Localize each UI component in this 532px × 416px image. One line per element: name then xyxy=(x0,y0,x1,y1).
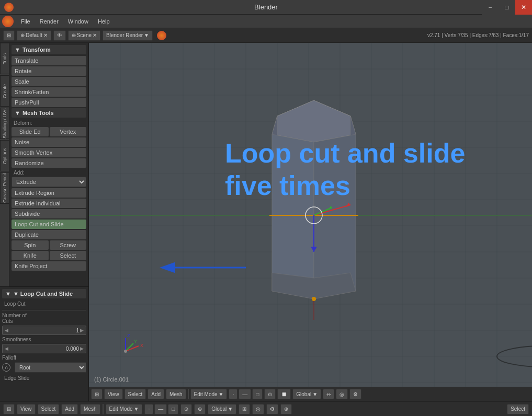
spin-screw-row: Spin Screw xyxy=(12,240,86,250)
proportional-btn[interactable]: ⊙ xyxy=(264,389,276,399)
title-bar: Blender − □ ✕ xyxy=(0,0,532,15)
tab-shading-uvs[interactable]: Shading / UVs xyxy=(0,108,9,139)
knife-select-row: Knife Select xyxy=(12,251,86,260)
viewport[interactable]: User Ortho + xyxy=(89,43,532,401)
num-cuts-track[interactable]: ◀ 1 ▶ xyxy=(2,326,86,335)
engine-btn[interactable]: Blender Render ▼ xyxy=(103,30,153,41)
knife-btn[interactable]: Knife xyxy=(12,251,49,260)
duplicate-btn[interactable]: Duplicate xyxy=(12,230,86,239)
global-dropdown-icon: ▼ xyxy=(312,391,318,397)
vertex-select-btn[interactable]: · xyxy=(229,389,237,399)
tab-tools[interactable]: Tools xyxy=(0,43,9,74)
snap-btn[interactable]: 🔲 xyxy=(277,389,291,399)
smoothness-right-arrow[interactable]: ▶ xyxy=(80,346,84,351)
editor-type-btn[interactable]: ⊞ xyxy=(3,30,15,41)
overlay-btn[interactable]: ◎ xyxy=(336,389,348,399)
status-vertex-btn[interactable]: · xyxy=(144,404,153,414)
viewport-add-btn[interactable]: Add xyxy=(148,389,164,399)
status-edge-btn[interactable]: — xyxy=(154,404,167,414)
loop-cut-label: Loop Cut xyxy=(2,300,86,308)
extrude-region-btn[interactable]: Extrude Region xyxy=(12,188,86,198)
scene-label: Scene xyxy=(77,32,92,38)
transform-arrow: ▼ xyxy=(15,47,20,53)
minimize-button[interactable]: − xyxy=(482,0,499,15)
blender-icon-btn[interactable] xyxy=(2,16,14,27)
subdivide-btn[interactable]: Subdivide xyxy=(12,209,86,218)
app-icon xyxy=(4,3,14,12)
num-cuts-slider[interactable]: ◀ 1 ▶ xyxy=(2,326,86,335)
status-face-btn[interactable]: □ xyxy=(168,404,178,414)
layout-close-icon: ✕ xyxy=(43,32,48,38)
status-edit-mode-btn[interactable]: Edit Mode ▼ xyxy=(106,404,143,414)
loop-cut-section-header[interactable]: ▼ ▼ Loop Cut and Slide xyxy=(2,289,86,298)
scale-btn[interactable]: Scale xyxy=(12,77,86,86)
smoothness-track[interactable]: ◀ 0.000 ▶ xyxy=(2,344,86,353)
extrude-individual-btn[interactable]: Extrude Individual xyxy=(12,199,86,208)
knife-project-btn[interactable]: Knife Project xyxy=(12,261,86,271)
status-add-btn[interactable]: Add xyxy=(61,404,78,414)
header-bar: ⊞ ⊕ Default ✕ 👁 ⊕ Scene ✕ Blender Render… xyxy=(0,28,532,43)
falloff-icon: ∩ xyxy=(2,363,10,372)
shrink-fatten-btn[interactable]: Shrink/Fatten xyxy=(12,87,86,97)
status-editor-btn[interactable]: ⊞ xyxy=(3,404,15,414)
mirror-btn[interactable]: ⇔ xyxy=(323,389,334,399)
tab-options[interactable]: Options xyxy=(0,140,9,171)
menu-file[interactable]: File xyxy=(17,16,35,27)
edit-mode-btn[interactable]: Edit Mode ▼ xyxy=(190,389,228,399)
tab-create[interactable]: Create xyxy=(0,75,9,107)
viewport-editor-btn[interactable]: ⊞ xyxy=(91,389,103,399)
tab-grease-pencil[interactable]: Grease Pencil xyxy=(0,172,9,204)
scene-btn[interactable]: ⊕ Scene ✕ xyxy=(68,30,100,41)
viewport-mesh-btn[interactable]: Mesh xyxy=(166,389,186,399)
menu-help[interactable]: Help xyxy=(94,16,114,27)
spin-btn[interactable]: Spin xyxy=(12,240,49,250)
viewport-select-btn[interactable]: Select xyxy=(124,389,146,399)
layout-btn[interactable]: ⊕ Default ✕ xyxy=(17,30,51,41)
extrude-select[interactable]: Extrude xyxy=(12,177,86,187)
loop-cut-arrow: ▼ xyxy=(5,291,11,297)
viewport-view-btn[interactable]: View xyxy=(104,389,123,399)
maximize-button[interactable]: □ xyxy=(499,0,515,15)
translate-btn[interactable]: Translate xyxy=(12,56,86,65)
rotate-btn[interactable]: Rotate xyxy=(12,66,86,76)
close-button[interactable]: ✕ xyxy=(515,0,532,15)
status-snap-btn[interactable]: ⊕ xyxy=(194,404,206,414)
select-btn[interactable]: Select xyxy=(50,251,87,260)
mesh-tools-section-header[interactable]: ▼ Mesh Tools xyxy=(12,108,86,118)
status-icons-3[interactable]: ⚙ xyxy=(266,404,278,414)
transform-section-header[interactable]: ▼ Transform xyxy=(12,45,86,54)
vertex-btn[interactable]: Vertex xyxy=(50,127,87,136)
status-proportional-btn[interactable]: ⊙ xyxy=(180,404,192,414)
status-global-btn[interactable]: Global ▼ xyxy=(208,404,236,414)
settings-btn[interactable]: ⚙ xyxy=(349,389,361,399)
push-pull-btn[interactable]: Push/Pull xyxy=(12,98,86,107)
status-view-btn[interactable]: View xyxy=(17,404,36,414)
status-icons-1[interactable]: ⊞ xyxy=(239,404,250,414)
menu-render[interactable]: Render xyxy=(36,16,63,27)
bottom-left-panel: ▼ ▼ Loop Cut and Slide Loop Cut Number o… xyxy=(0,286,89,401)
num-cuts-left-arrow[interactable]: ◀ xyxy=(5,328,8,333)
edge-select-btn[interactable]: — xyxy=(239,389,251,399)
randomize-btn[interactable]: Randomize xyxy=(12,158,86,168)
status-icons-4[interactable]: ⊕ xyxy=(280,404,292,414)
falloff-select[interactable]: Root Smooth Linear xyxy=(15,362,86,373)
status-edit-mode-label: Edit Mode xyxy=(109,406,133,412)
menu-window[interactable]: Window xyxy=(64,16,93,27)
slide-ed-btn[interactable]: Slide Ed xyxy=(12,127,49,136)
status-select-btn[interactable]: Select xyxy=(38,404,60,414)
loop-cut-slide-btn[interactable]: Loop Cut and Slide xyxy=(12,219,86,229)
smoothness-slider[interactable]: ◀ 0.000 ▶ xyxy=(2,344,86,353)
status-mesh-btn[interactable]: Mesh xyxy=(80,404,100,414)
face-select-btn[interactable]: □ xyxy=(252,389,263,399)
smoothness-left-arrow[interactable]: ◀ xyxy=(5,346,8,351)
smoothness-value: 0.000 xyxy=(66,346,79,352)
global-btn[interactable]: Global ▼ xyxy=(292,389,321,399)
vertex-select-right-btn[interactable]: Select xyxy=(507,404,529,414)
smooth-vertex-btn[interactable]: Smooth Vertex xyxy=(12,148,86,157)
noise-btn[interactable]: Noise xyxy=(12,137,86,147)
editor-icon: ⊞ xyxy=(7,32,11,38)
status-icons-2[interactable]: ◎ xyxy=(252,404,264,414)
screw-btn[interactable]: Screw xyxy=(50,240,87,250)
num-cuts-right-arrow[interactable]: ▶ xyxy=(80,328,84,333)
view-icon-btn[interactable]: 👁 xyxy=(53,30,66,41)
